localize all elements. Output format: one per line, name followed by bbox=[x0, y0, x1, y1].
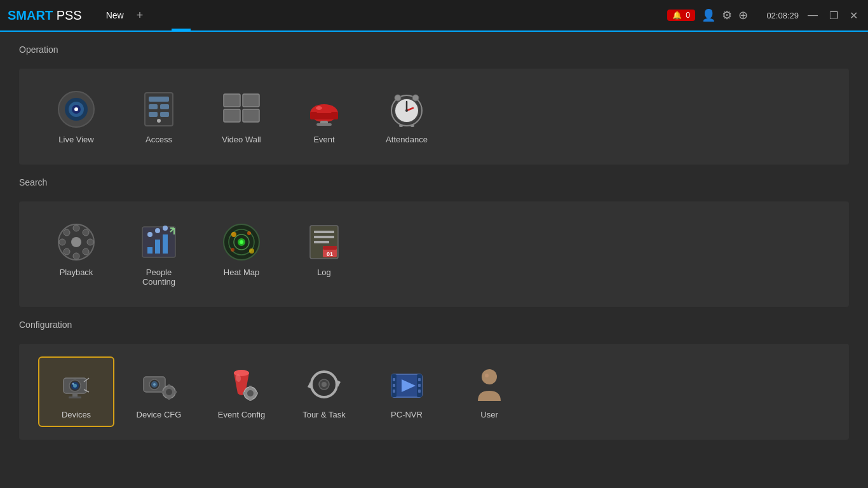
svg-point-46 bbox=[155, 228, 160, 233]
svg-point-4 bbox=[74, 107, 78, 111]
svg-point-28 bbox=[412, 95, 419, 101]
add-tab-button[interactable]: + bbox=[137, 9, 144, 22]
people-counting-label: People Counting bbox=[128, 268, 189, 287]
heat-map-item[interactable]: Heat Map bbox=[203, 214, 280, 294]
user-icon-img bbox=[469, 364, 510, 405]
minimize-button[interactable]: — bbox=[805, 10, 820, 21]
svg-rect-91 bbox=[243, 392, 245, 395]
svg-point-47 bbox=[163, 226, 168, 231]
svg-rect-6 bbox=[149, 97, 169, 102]
live-view-label: Live View bbox=[58, 135, 93, 144]
event-item[interactable]: Event bbox=[286, 81, 362, 152]
operation-grid: Live View bbox=[38, 81, 830, 152]
user-item[interactable]: User bbox=[451, 356, 527, 427]
svg-rect-29 bbox=[399, 125, 403, 127]
tour-task-label: Tour & Task bbox=[302, 410, 346, 419]
time-display: 02:08:29 bbox=[754, 11, 799, 20]
event-label: Event bbox=[313, 135, 334, 144]
svg-point-59 bbox=[249, 248, 254, 254]
svg-rect-61 bbox=[314, 231, 334, 233]
device-cfg-item[interactable]: Device CFG bbox=[121, 356, 197, 427]
svg-rect-65 bbox=[323, 246, 337, 250]
operation-section: Operation Live View bbox=[19, 44, 849, 165]
access-icon bbox=[139, 89, 179, 130]
video-wall-item[interactable]: Video Wall bbox=[203, 81, 280, 152]
tour-task-item[interactable]: Tour & Task bbox=[286, 356, 362, 427]
svg-rect-106 bbox=[418, 384, 421, 387]
svg-rect-30 bbox=[410, 125, 414, 127]
search-title: Search bbox=[19, 177, 849, 191]
devices-icon bbox=[56, 364, 97, 405]
access-item[interactable]: Access bbox=[121, 81, 197, 152]
playback-label: Playback bbox=[60, 268, 93, 277]
titlebar: SMART PSS New + 🔔 0 👤 ⚙ ⊕ 02:08:29 — ❐ ✕ bbox=[0, 0, 868, 32]
svg-rect-103 bbox=[393, 384, 395, 387]
attendance-icon bbox=[386, 89, 427, 130]
svg-rect-102 bbox=[393, 378, 395, 381]
svg-rect-63 bbox=[314, 241, 329, 243]
notification-count: 0 bbox=[686, 11, 690, 20]
svg-rect-104 bbox=[393, 390, 395, 393]
svg-point-32 bbox=[71, 237, 81, 247]
configuration-panel: Devices bbox=[19, 344, 849, 440]
svg-rect-44 bbox=[163, 234, 168, 254]
close-button[interactable]: ✕ bbox=[847, 10, 860, 22]
heat-map-label: Heat Map bbox=[224, 268, 259, 277]
svg-point-27 bbox=[395, 95, 401, 101]
video-wall-icon bbox=[221, 89, 262, 130]
settings-icon[interactable]: ⚙ bbox=[722, 8, 732, 22]
tab-indicator bbox=[172, 29, 191, 30]
svg-point-35 bbox=[73, 253, 79, 259]
bell-icon: 🔔 bbox=[672, 11, 682, 20]
svg-rect-90 bbox=[249, 398, 252, 401]
pc-nvr-item[interactable]: PC-NVR bbox=[369, 356, 445, 427]
titlebar-right: 🔔 0 👤 ⚙ ⊕ 02:08:29 — ❐ ✕ bbox=[667, 8, 860, 22]
svg-point-81 bbox=[166, 389, 172, 395]
operation-title: Operation bbox=[19, 44, 849, 58]
access-label: Access bbox=[146, 135, 172, 144]
notification-badge[interactable]: 🔔 0 bbox=[667, 10, 695, 21]
svg-point-37 bbox=[83, 229, 89, 236]
log-item[interactable]: 01 Log bbox=[286, 214, 362, 294]
log-icon: 01 bbox=[304, 222, 344, 262]
svg-point-20 bbox=[316, 106, 322, 110]
tour-task-icon bbox=[304, 364, 344, 405]
search-panel: Playback bbox=[19, 201, 849, 307]
svg-point-36 bbox=[59, 239, 65, 245]
attendance-item[interactable]: Attendance bbox=[369, 81, 445, 152]
svg-text:01: 01 bbox=[327, 251, 333, 257]
playback-icon bbox=[56, 222, 97, 262]
svg-rect-15 bbox=[243, 109, 259, 122]
event-config-item[interactable]: Event Config bbox=[203, 356, 280, 427]
svg-point-79 bbox=[153, 383, 156, 386]
svg-rect-8 bbox=[160, 104, 169, 109]
svg-rect-92 bbox=[255, 392, 258, 395]
svg-rect-12 bbox=[224, 94, 240, 107]
svg-rect-9 bbox=[149, 112, 158, 117]
people-counting-item[interactable]: People Counting bbox=[121, 214, 197, 294]
app-logo: SMART PSS bbox=[8, 8, 82, 23]
configuration-section: Configuration bbox=[19, 320, 849, 440]
svg-rect-89 bbox=[249, 386, 252, 388]
configuration-grid: Devices bbox=[38, 356, 830, 427]
playback-item[interactable]: Playback bbox=[38, 214, 114, 294]
live-view-item[interactable]: Live View bbox=[38, 81, 114, 152]
app-name-light: PSS bbox=[53, 8, 82, 22]
user-icon[interactable]: 👤 bbox=[702, 8, 715, 22]
new-tab[interactable]: New bbox=[101, 8, 129, 23]
svg-point-26 bbox=[405, 109, 408, 112]
svg-point-39 bbox=[64, 248, 70, 255]
svg-rect-84 bbox=[161, 391, 164, 393]
svg-point-40 bbox=[64, 229, 70, 236]
svg-rect-105 bbox=[418, 378, 421, 381]
network-icon[interactable]: ⊕ bbox=[738, 8, 748, 22]
configuration-title: Configuration bbox=[19, 320, 849, 334]
devices-item[interactable]: Devices bbox=[38, 356, 114, 427]
restore-button[interactable]: ❐ bbox=[827, 10, 841, 22]
svg-rect-19 bbox=[316, 123, 332, 126]
svg-point-57 bbox=[247, 231, 251, 235]
svg-point-97 bbox=[322, 382, 327, 387]
svg-point-33 bbox=[73, 225, 79, 231]
svg-point-109 bbox=[485, 374, 489, 377]
svg-point-34 bbox=[87, 239, 93, 245]
